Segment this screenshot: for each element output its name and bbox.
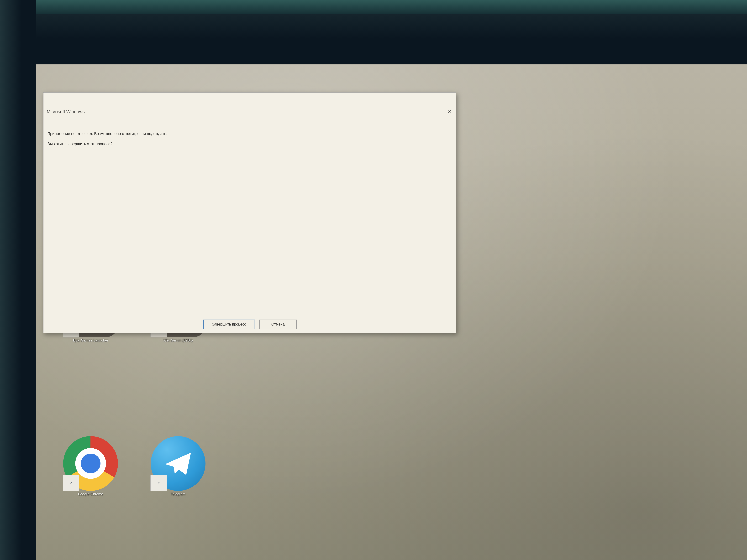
- dialog-actions: Завершить процесс Отмена: [44, 318, 456, 333]
- shortcut-label: Telegram: [171, 492, 185, 497]
- end-process-button[interactable]: Завершить процесс: [203, 320, 255, 329]
- cancel-button[interactable]: Отмена: [259, 320, 297, 329]
- telegram-icon: ↗: [151, 436, 205, 491]
- desktop-shortcut-google-chrome[interactable]: ↗ Google Chrome: [52, 436, 130, 496]
- chrome-icon: ↗: [63, 436, 118, 491]
- shortcut-arrow-icon: ↗: [150, 475, 167, 491]
- dialog-message-primary: Приложение не отвечает. Возможно, оно от…: [47, 131, 452, 137]
- dialog-body: Приложение не отвечает. Возможно, оно от…: [44, 131, 456, 318]
- close-button[interactable]: [445, 108, 454, 116]
- dialog-message-question: Вы хотите завершить этот процесс?: [47, 141, 452, 147]
- shortcut-label: Epic Games Launcher: [73, 338, 108, 343]
- shortcut-label: Xfer Serum (32Bit): [163, 338, 193, 343]
- laptop-bezel-left: [0, 0, 36, 560]
- laptop-bezel-top: [0, 0, 747, 64]
- dialog-title: Microsoft Windows: [47, 109, 85, 114]
- desktop-shortcut-telegram[interactable]: ↗ Telegram: [139, 436, 217, 496]
- close-icon: [447, 110, 452, 114]
- app-not-responding-dialog: Microsoft Windows Приложение не отвечает…: [43, 92, 456, 333]
- dialog-titlebar[interactable]: Microsoft Windows: [44, 92, 456, 131]
- shortcut-arrow-icon: ↗: [63, 475, 79, 491]
- shortcut-label: Google Chrome: [78, 492, 103, 497]
